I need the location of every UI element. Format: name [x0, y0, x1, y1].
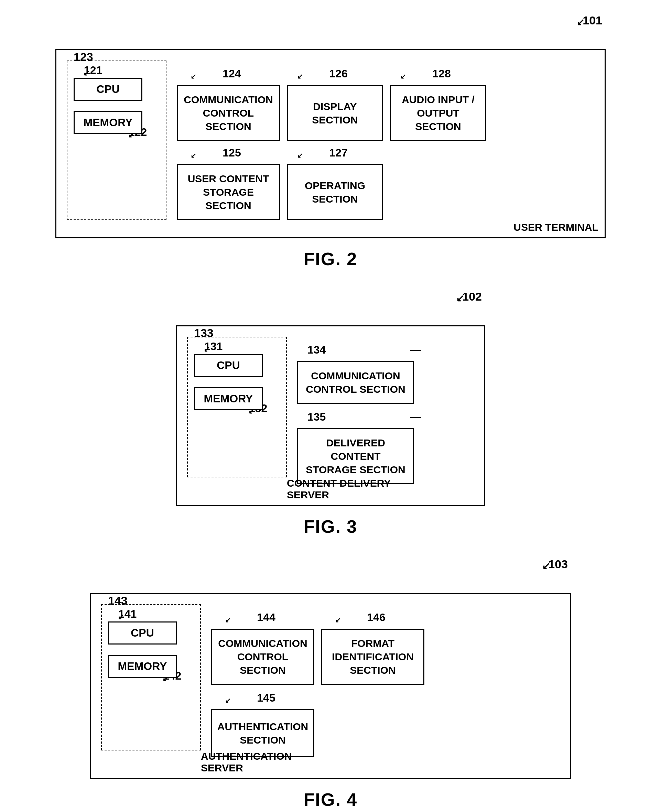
comm-control-label: COMMUNICATIONCONTROLSECTION: [184, 93, 273, 133]
audio-label: AUDIO INPUT /OUTPUT SECTION: [396, 93, 480, 133]
user-terminal-label: USER TERMINAL: [514, 222, 599, 233]
fig3-comm-control-label: COMMUNICATIONCONTROL SECTION: [306, 369, 405, 396]
fig4-outer-box: 143 ↙ 141 ↙ 142 CPU MEMORY: [90, 593, 571, 779]
cpu-box: CPU: [73, 78, 142, 101]
fig4-comm-control-label: COMMUNICATIONCONTROLSECTION: [218, 637, 307, 677]
fig4-format-label: FORMATIDENTIFICATIONSECTION: [332, 637, 414, 677]
memory-label: MEMORY: [83, 116, 133, 129]
fig3-caption: FIG. 3: [304, 516, 357, 537]
figure-4-block: ↙ 103 143 ↙ 141 ↙ 142 CPU: [21, 557, 640, 810]
fig4-memory-box: MEMORY: [108, 655, 177, 678]
fig3-content-row: CPU MEMORY — 134: [187, 337, 474, 484]
fig3-delivered-label: DELIVEREDCONTENTSTORAGE SECTION: [306, 436, 405, 476]
fig4-cpu-mem-group: CPU MEMORY: [101, 604, 201, 757]
ref-134-label: — 134: [300, 344, 418, 356]
fig2-caption: FIG. 2: [304, 249, 357, 269]
memory-box: MEMORY: [73, 111, 142, 134]
ref-101-label: 101: [583, 14, 602, 27]
display-label: DISPLAY SECTION: [293, 100, 377, 126]
cpu-label: CPU: [96, 83, 120, 96]
fig3-outer-box: 133 ↙ 131 ↙ 132 CPU MEMORY: [176, 325, 485, 506]
ref-146-label: 146 ↙: [325, 611, 428, 624]
fig4-memory-label: MEMORY: [118, 660, 167, 673]
fig3-cpu-label: CPU: [217, 359, 240, 372]
fig2-top-row: COMMUNICATIONCONTROLSECTION DISPLAY SECT…: [177, 85, 594, 141]
figure-2-block: ↙ 101 123 121 ↙ ↙ 122 CPU: [21, 14, 640, 269]
ref-124-label: 124 ↙: [180, 67, 283, 80]
ref-144-label: 144 ↙: [215, 611, 318, 624]
ref-135-label: — 135: [300, 411, 418, 423]
fig4-auth-box: AUTHENTICATIONSECTION: [211, 709, 315, 757]
ref-102: ↙ 102: [462, 290, 482, 303]
operating-section-box: OPERATINGSECTION: [287, 164, 383, 220]
ref-127-label: 127 ↙: [290, 147, 386, 159]
fig4-comm-control-box: COMMUNICATIONCONTROLSECTION: [211, 629, 315, 685]
fig4-top-row: COMMUNICATIONCONTROLSECTION FORMATIDENTI…: [211, 629, 560, 685]
auth-server-text: AUTHENTICATIONSERVER: [201, 750, 292, 774]
user-content-box: USER CONTENTSTORAGESECTION: [177, 164, 280, 220]
comm-control-box: COMMUNICATIONCONTROLSECTION: [177, 85, 280, 141]
operating-label: OPERATINGSECTION: [305, 179, 365, 206]
fig3-memory-box: MEMORY: [194, 387, 263, 410]
user-content-label: USER CONTENTSTORAGESECTION: [188, 172, 269, 212]
fig3-cpu-mem-group: CPU MEMORY: [187, 337, 287, 484]
fig2-cpu-mem-group: CPU MEMORY: [67, 61, 166, 220]
fig4-content-row: CPU MEMORY 144 ↙ 146: [101, 604, 560, 757]
fig2-content-row: CPU MEMORY 124 ↙ 126: [67, 61, 594, 220]
figure-3-block: ↙ 102 133 ↙ 131 ↙ 132 CPU: [21, 290, 640, 537]
content-delivery-label: CONTENT DELIVERYSERVER: [287, 477, 391, 501]
fig3-memory-label: MEMORY: [204, 392, 253, 405]
fig3-delivered-box: DELIVEREDCONTENTSTORAGE SECTION: [297, 428, 414, 484]
ref-103: ↙ 103: [548, 557, 568, 571]
ref-145-label: 145 ↙: [215, 692, 318, 704]
fig4-caption: FIG. 4: [304, 789, 357, 810]
display-section-box: DISPLAY SECTION: [287, 85, 383, 141]
fig4-auth-label: AUTHENTICATIONSECTION: [217, 720, 308, 747]
fig3-comm-control-box: COMMUNICATIONCONTROL SECTION: [297, 361, 414, 404]
ref-125-label: 125 ↙: [180, 147, 283, 159]
auth-server-label: AUTHENTICATIONSERVER: [201, 750, 292, 774]
fig2-outer-box: 123 121 ↙ ↙ 122 CPU MEMORY: [55, 49, 606, 238]
ref-103-label: 103: [548, 557, 568, 571]
fig4-cpu-box: CPU: [108, 621, 177, 644]
ref-101: ↙ 101: [583, 14, 602, 27]
content-delivery-text: CONTENT DELIVERYSERVER: [287, 477, 391, 500]
fig2-bottom-row: USER CONTENTSTORAGESECTION OPERATINGSECT…: [177, 164, 594, 220]
ref-102-label: 102: [462, 290, 482, 303]
audio-box: AUDIO INPUT /OUTPUT SECTION: [390, 85, 486, 141]
fig3-cpu-box: CPU: [194, 354, 263, 377]
fig4-format-box: FORMATIDENTIFICATIONSECTION: [321, 629, 425, 685]
ref-128-label: 128 ↙: [393, 67, 490, 80]
fig4-cpu-label: CPU: [131, 627, 154, 639]
ref-126-label: 126 ↙: [290, 67, 386, 80]
